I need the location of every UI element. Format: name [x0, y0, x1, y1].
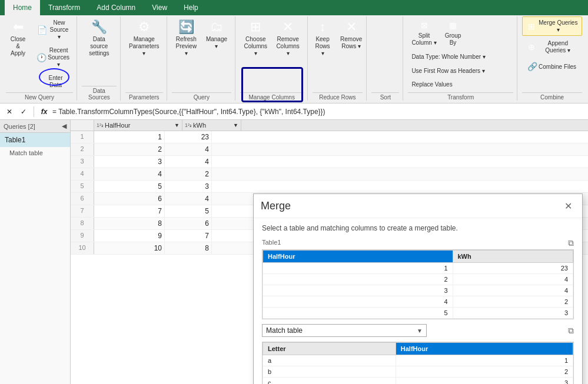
formula-bar: ✕ ✓ fx [0, 103, 588, 120]
merge-table1-row: 42 [263, 296, 573, 308]
ribbon-group-reduce-rows: ↕ KeepRows ▾ ✕ RemoveRows ▾ Reduce Rows [309, 16, 367, 101]
merge-table1-header: Table1 ⧉ [262, 238, 574, 248]
manage-columns-label: Manage Columns [240, 92, 304, 101]
split-column-icon: ⊠ [418, 19, 431, 32]
tab-add-column[interactable]: Add Column [88, 0, 144, 15]
merge-queries-button[interactable]: ⊞ Merge Queries ▾ [522, 16, 582, 36]
ribbon: Home Transform Add Column View Help ⬅ Cl… [0, 0, 588, 103]
queries-panel-header: Queries [2] ◀ [0, 120, 70, 133]
remove-columns-label: RemoveColumns ▾ [276, 36, 300, 57]
append-queries-button[interactable]: ⊕ Append Queries ▾ [522, 37, 582, 56]
merge-t1-halfhour-cell: 3 [263, 285, 453, 296]
tab-transform[interactable]: Transform [40, 0, 88, 15]
kwh-cell: 4 [165, 143, 212, 155]
close-apply-label: Close &Apply [9, 36, 28, 57]
row-number: 8 [71, 218, 94, 229]
merge-table1-th-kwh[interactable]: kWh [453, 251, 573, 263]
halfhour-cell: 4 [94, 168, 165, 180]
merge-table2-th-halfhour[interactable]: HalfHour [396, 343, 573, 355]
tab-home[interactable]: Home [5, 0, 40, 15]
refresh-preview-button[interactable]: 🔄 RefreshPreview ▾ [172, 16, 201, 59]
merge-queries-icon: ⊞ [526, 20, 538, 33]
merge-table2-row: a1 [263, 355, 573, 366]
merge-table2-th-letter[interactable]: Letter [263, 343, 396, 355]
ribbon-group-manage-columns: ⊞ ChooseColumns ▾ ✕ RemoveColumns ▾ Mana… [237, 16, 308, 101]
combine-files-button[interactable]: 🔗 Combine Files [522, 58, 580, 75]
transform-group-label: Transform [408, 92, 513, 101]
enter-data-button[interactable]: ⬇ EnterData [32, 72, 74, 91]
merge-table2-header-row: Letter HalfHour [263, 343, 573, 355]
merge-table1-th-halfhour[interactable]: HalfHour [263, 251, 453, 263]
query-item-match-table[interactable]: Match table [0, 147, 70, 159]
formula-confirm-button[interactable]: ✓ [18, 106, 29, 118]
ribbon-btns-new-query: ⬅ Close &Apply 📄 NewSource ▾ 🕐 RecentSou… [5, 16, 74, 91]
keep-rows-label: KeepRows ▾ [313, 36, 332, 57]
merge-table2: Letter HalfHour a1b2c3d4e5 [263, 342, 573, 384]
merge-table1-row: 34 [263, 285, 573, 296]
halfhour-filter-icon[interactable]: ▼ [174, 122, 180, 128]
tab-view[interactable]: View [144, 0, 175, 15]
remove-columns-button[interactable]: ✕ RemoveColumns ▾ [273, 16, 304, 59]
split-column-button[interactable]: ⊠ SplitColumn ▾ [408, 16, 440, 49]
kwh-cell: 2 [165, 168, 212, 180]
data-type-button[interactable]: Data Type: Whole Number ▾ [408, 51, 489, 63]
queries-panel-collapse[interactable]: ◀ [62, 122, 67, 130]
row-number: 1 [71, 131, 94, 143]
merge-t2-halfhour-cell: 3 [396, 378, 573, 385]
ribbon-btns-data-sources: 🔧 Data sourcesettings [82, 16, 117, 85]
combine-label: Combine [522, 92, 582, 101]
keep-rows-button[interactable]: ↕ KeepRows ▾ [310, 16, 335, 59]
merge-t1-halfhour-cell: 5 [263, 308, 453, 319]
ribbon-btns-combine: ⊞ Merge Queries ▾ ⊕ Append Queries ▾ 🔗 C… [522, 16, 582, 91]
halfhour-type: 1²₃ [97, 122, 104, 128]
halfhour-cell: 6 [94, 193, 165, 205]
tab-help[interactable]: Help [175, 0, 207, 15]
kwh-cell: 7 [165, 230, 212, 242]
use-first-row-button[interactable]: Use First Row as Headers ▾ [408, 65, 488, 77]
refresh-preview-icon: 🔄 [178, 19, 194, 35]
kwh-cell: 23 [165, 131, 212, 143]
choose-columns-button[interactable]: ⊞ ChooseColumns ▾ [240, 16, 271, 59]
replace-values-label: Replace Values [411, 81, 452, 88]
table-row: 2 2 4 [71, 143, 588, 156]
merge-table1-icon[interactable]: ⧉ [568, 238, 574, 248]
close-apply-button[interactable]: ⬅ Close &Apply [5, 16, 31, 59]
merge-table1-label: Table1 [262, 239, 281, 246]
row-number: 4 [71, 168, 94, 180]
halfhour-cell: 5 [94, 181, 165, 192]
row-number: 6 [71, 193, 94, 205]
merge-table2-dropdown[interactable]: Match table ▼ [262, 324, 427, 337]
merge-table2-row: b2 [263, 366, 573, 378]
kwh-filter-icon[interactable]: ▼ [233, 122, 238, 128]
query-item-table1[interactable]: Table1 [0, 133, 70, 147]
halfhour-cell: 2 [94, 143, 165, 155]
manage-icon: 🗂 [208, 19, 225, 35]
append-queries-label: Append Queries ▾ [537, 40, 579, 54]
th-kwh[interactable]: 1²₃ kWh ▼ [182, 120, 241, 131]
merge-close-button[interactable]: ✕ [561, 199, 575, 213]
kwh-cell: 6 [165, 218, 212, 229]
remove-columns-icon: ✕ [280, 19, 296, 35]
formula-input[interactable] [52, 108, 584, 116]
data-source-settings-label: Data sourcesettings [85, 36, 113, 57]
group-by-label: GroupBy [445, 32, 461, 46]
th-halfhour[interactable]: 1²₃ HalfHour ▼ [94, 120, 182, 131]
remove-rows-button[interactable]: ✕ RemoveRows ▾ [337, 16, 366, 52]
replace-values-button[interactable]: Replace Values [408, 78, 456, 91]
merge-t2-letter-cell: c [263, 378, 396, 385]
row-number: 2 [71, 143, 94, 155]
use-first-row-label: Use First Row as Headers ▾ [411, 68, 484, 75]
manage-label: Manage ▾ [205, 36, 228, 50]
formula-cancel-button[interactable]: ✕ [4, 106, 15, 118]
data-source-settings-button[interactable]: 🔧 Data sourcesettings [82, 16, 117, 59]
manage-button[interactable]: 🗂 Manage ▾ [202, 16, 231, 52]
recent-sources-button[interactable]: 🕐 RecentSources ▾ [32, 44, 74, 71]
group-by-button[interactable]: ▦ GroupBy [441, 16, 465, 49]
manage-parameters-button[interactable]: ⚙ ManageParameters ▾ [125, 16, 163, 59]
merge-t1-halfhour-cell: 2 [263, 274, 453, 285]
new-source-button[interactable]: 📄 NewSource ▾ [32, 16, 74, 43]
formula-fx-button[interactable]: fx [38, 106, 50, 118]
kwh-cell: 4 [165, 156, 212, 168]
merge-table2-icon[interactable]: ⧉ [568, 326, 574, 336]
merge-table1-row: 24 [263, 274, 573, 285]
